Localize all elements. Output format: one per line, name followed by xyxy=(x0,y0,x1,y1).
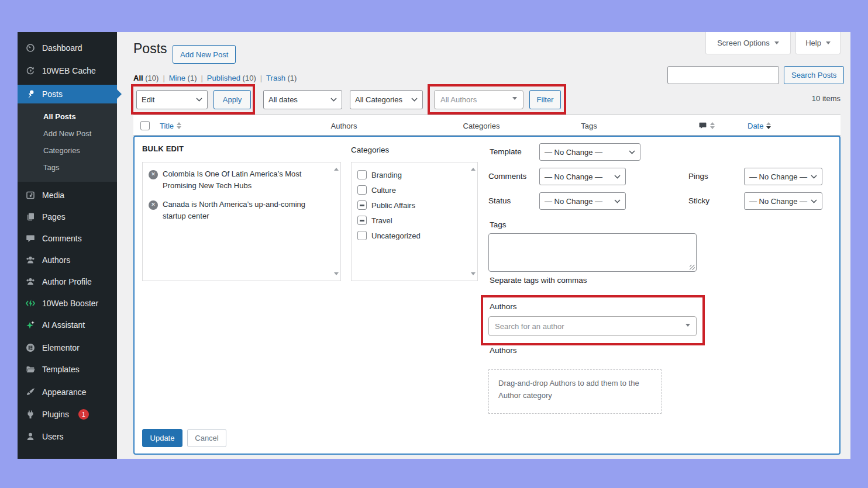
items-count: 10 items xyxy=(725,94,841,103)
resize-handle[interactable] xyxy=(690,265,695,270)
posts-table-header: Title Authors Categories Tags Date xyxy=(133,115,841,136)
view-all-count: (10) xyxy=(145,74,159,82)
authors-dropzone[interactable]: Drag-and-drop Authors to add them to the… xyxy=(488,369,662,414)
bulk-action-selected-value: Edit xyxy=(142,95,154,104)
apply-label: Apply xyxy=(223,95,242,104)
help-tab[interactable]: Help xyxy=(795,32,841,54)
chevron-down-icon xyxy=(614,199,621,203)
sticky-label: Sticky xyxy=(688,196,709,205)
sidebar-item-10web-booster[interactable]: 10Web Booster xyxy=(18,296,117,311)
sidebar-item-appearance[interactable]: Appearance xyxy=(18,385,117,400)
update-label: Update xyxy=(150,434,175,442)
author-search-combobox[interactable]: Search for an author xyxy=(488,316,697,336)
screen-options-label: Screen Options xyxy=(717,39,770,47)
submenu-item-categories[interactable]: Categories xyxy=(18,142,117,159)
sidebar-item-templates[interactable]: Templates xyxy=(18,362,117,377)
authors-dropzone-hint: Drag-and-drop Authors to add them to the… xyxy=(498,379,639,400)
sidebar-item-media[interactable]: Media xyxy=(18,188,117,203)
sidebar-item-label: Comments xyxy=(42,234,82,243)
template-select[interactable]: — No Change — xyxy=(539,143,640,161)
sidebar-item-label: Appearance xyxy=(42,387,87,397)
pings-label: Pings xyxy=(688,172,708,181)
screen-options-tab[interactable]: Screen Options xyxy=(705,32,791,54)
scroll-up-icon[interactable] xyxy=(334,165,339,171)
dates-filter-select[interactable]: All dates xyxy=(263,90,342,109)
comments-select[interactable]: — No Change — xyxy=(539,168,626,185)
sidebar-item-posts[interactable]: Posts xyxy=(18,85,117,103)
sidebar-item-ai-assistant[interactable]: AI Assistant xyxy=(18,317,117,333)
select-all-checkbox[interactable] xyxy=(140,121,150,130)
chevron-down-icon xyxy=(614,175,621,179)
view-trash-link[interactable]: Trash xyxy=(266,74,285,82)
tags-label: Tags xyxy=(490,220,507,229)
plugins-update-badge: 1 xyxy=(78,409,89,420)
category-checkbox[interactable] xyxy=(357,216,367,225)
authors-filter-combobox[interactable]: All Authors xyxy=(434,90,523,109)
column-header-date[interactable]: Date xyxy=(748,115,771,136)
chevron-down-icon xyxy=(512,97,517,102)
selected-post-item: ✕ Canada is North America’s up-and-comin… xyxy=(143,195,340,226)
tags-textarea[interactable] xyxy=(488,233,697,272)
pings-select[interactable]: — No Change — xyxy=(744,168,822,185)
tags-hint: Separate tags with commas xyxy=(490,276,587,285)
categories-filter-select[interactable]: All Categories xyxy=(350,90,423,109)
sidebar-item-elementor[interactable]: Elementor xyxy=(18,340,117,355)
sidebar-item-label: Author Profile xyxy=(42,277,92,286)
remove-post-icon[interactable]: ✕ xyxy=(149,170,158,179)
sidebar-item-users[interactable]: Users xyxy=(18,429,117,444)
brush-icon xyxy=(25,387,36,397)
sidebar-item-author-profile[interactable]: Author Profile xyxy=(18,274,117,289)
column-header-tags: Tags xyxy=(554,115,624,136)
sidebar-item-authors[interactable]: Authors xyxy=(18,252,117,268)
sidebar-item-pages[interactable]: Pages xyxy=(18,209,117,224)
group-icon xyxy=(25,277,36,286)
column-header-title[interactable]: Title xyxy=(160,115,181,136)
category-checkbox[interactable] xyxy=(357,185,367,195)
scroll-down-icon[interactable] xyxy=(471,272,476,278)
sidebar-item-dashboard[interactable]: Dashboard xyxy=(18,40,117,56)
search-posts-button[interactable]: Search Posts xyxy=(784,66,844,84)
search-posts-input[interactable] xyxy=(667,66,779,84)
sidebar-item-comments[interactable]: Comments xyxy=(18,231,117,246)
scroll-down-icon[interactable] xyxy=(334,272,339,278)
apply-button[interactable]: Apply xyxy=(213,90,251,109)
category-checkbox[interactable] xyxy=(357,231,367,240)
wordpress-admin-window: Dashboard 10WEB Cache Posts All Posts Ad… xyxy=(18,32,850,459)
add-new-post-button[interactable]: Add New Post xyxy=(173,45,236,64)
sticky-select[interactable]: — No Change — xyxy=(744,192,822,210)
bulk-actions-select[interactable]: Edit xyxy=(136,90,208,109)
pushpin-icon xyxy=(25,89,36,99)
filter-button[interactable]: Filter xyxy=(529,90,561,109)
sidebar-item-10web-cache[interactable]: 10WEB Cache xyxy=(18,63,117,78)
authors-heading: Authors xyxy=(490,346,517,355)
chevron-down-icon xyxy=(411,98,418,102)
view-published-count: (10) xyxy=(243,74,256,82)
sidebar-item-label: AI Assistant xyxy=(42,320,85,330)
category-checkbox[interactable] xyxy=(357,200,367,210)
sidebar-item-plugins[interactable]: Plugins 1 xyxy=(18,406,117,423)
chevron-down-icon xyxy=(196,98,202,102)
folder-icon xyxy=(25,365,36,374)
chevron-down-icon xyxy=(774,41,779,47)
submenu-item-add-new-post[interactable]: Add New Post xyxy=(18,125,117,142)
status-select[interactable]: — No Change — xyxy=(539,192,626,210)
view-trash-count: (1) xyxy=(287,74,297,82)
remove-post-icon[interactable]: ✕ xyxy=(149,200,158,210)
sidebar-item-label: Plugins xyxy=(42,410,69,419)
update-button[interactable]: Update xyxy=(142,429,182,447)
booster-icon xyxy=(25,299,36,308)
submenu-item-tags[interactable]: Tags xyxy=(18,159,117,176)
filter-label: Filter xyxy=(537,95,554,104)
category-checkbox[interactable] xyxy=(357,170,367,179)
view-all-link[interactable]: All xyxy=(133,74,143,82)
view-separator: | xyxy=(260,74,262,82)
submenu-item-all-posts[interactable]: All Posts xyxy=(18,108,117,125)
column-header-comments[interactable] xyxy=(698,115,715,136)
chevron-down-icon xyxy=(330,98,337,102)
cancel-button[interactable]: Cancel xyxy=(187,429,226,447)
scroll-up-icon[interactable] xyxy=(471,165,476,171)
view-mine-link[interactable]: Mine xyxy=(169,74,185,82)
pages-icon xyxy=(25,212,36,221)
view-published-link[interactable]: Published xyxy=(207,74,240,82)
title-column-label: Title xyxy=(160,122,174,130)
